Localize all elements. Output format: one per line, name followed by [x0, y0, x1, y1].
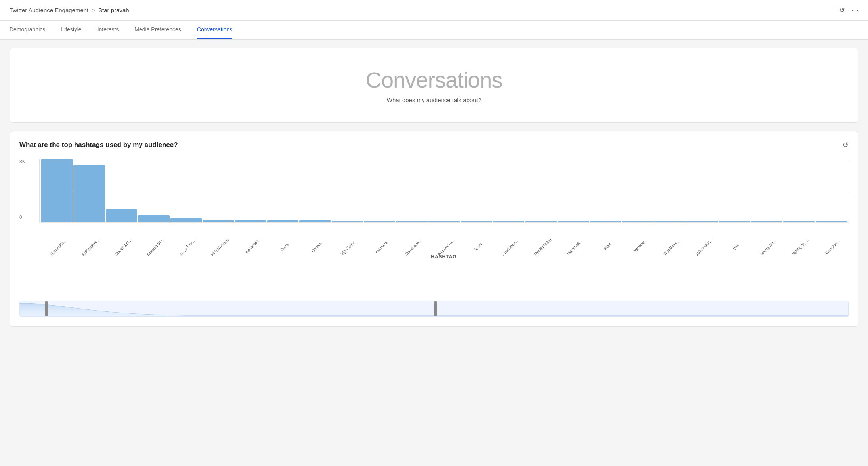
y-axis-8k: 8K	[19, 159, 25, 164]
bar-wrapper: BiggBoss...	[654, 159, 686, 222]
range-handle-right[interactable]	[434, 301, 437, 316]
bar-label: VijayTelev...	[340, 238, 358, 256]
bar	[73, 165, 105, 222]
bar-wrapper: महाराजला	[622, 159, 653, 222]
bar	[525, 221, 556, 222]
hero-card: Conversations What does my audience talk…	[10, 48, 858, 123]
tab-media-preferences[interactable]: Media Preferences	[134, 21, 181, 39]
bar-label: MarathaR...	[566, 239, 584, 256]
bar	[783, 221, 814, 222]
bar-wrapper: Oscars	[299, 159, 331, 222]
bar-wrapper: SpeakUpF...	[106, 159, 137, 222]
bar	[622, 221, 653, 222]
bar	[719, 221, 750, 222]
header: Twitter Audience Engagement > Star prava…	[0, 0, 868, 21]
bar	[686, 221, 718, 222]
chart-refresh-icon[interactable]: ↺	[843, 141, 849, 149]
bar-label: Dune	[279, 243, 289, 252]
bar-wrapper: RIPVadivel...	[73, 159, 105, 222]
chart-area: 8K 0 GameofTh...RIPVadivel...SpeakUpF...…	[19, 159, 849, 294]
bar	[332, 221, 363, 222]
bar-wrapper: MarathaR...	[558, 159, 589, 222]
bar-label: HappyBirt...	[759, 239, 777, 256]
bar-label: WhatAW...	[825, 239, 841, 255]
bar	[299, 220, 331, 222]
bar-wrapper: Dune	[267, 159, 298, 222]
bar	[493, 221, 524, 222]
bars-row: GameofTh...RIPVadivel...SpeakUpF...Dream…	[40, 159, 849, 222]
bar-wrapper: TheBigTicket	[525, 159, 556, 222]
more-options-icon[interactable]: ⋯	[851, 6, 858, 15]
bar	[558, 221, 589, 222]
bar-label: महाराज_का_...	[792, 238, 810, 256]
bars-container: GameofTh...RIPVadivel...SpeakUpF...Dream…	[39, 159, 849, 222]
bar	[364, 221, 395, 222]
breadcrumb-child: Star pravah	[98, 7, 129, 13]
bar	[654, 221, 686, 222]
bar	[396, 221, 427, 222]
bar-label: BiggBoss...	[663, 239, 681, 256]
chart-title: What are the top hashtags used by my aud…	[19, 141, 178, 149]
bar-label: मराठाआरक्षण	[245, 239, 260, 255]
bar-wrapper: Tenet	[461, 159, 492, 222]
y-axis-zero: 0	[19, 214, 22, 220]
hero-subtitle: What does my audience talk about?	[19, 97, 849, 103]
x-axis-title: HASHTAG	[39, 254, 849, 263]
breadcrumb-parent[interactable]: Twitter Audience Engagement	[10, 7, 88, 13]
bar-wrapper: SpeaksUp...	[396, 159, 427, 222]
hashtag-chart-card: What are the top hashtags used by my aud…	[10, 131, 858, 327]
tab-interests[interactable]: Interests	[98, 21, 119, 39]
bar	[590, 221, 621, 222]
bar	[461, 221, 492, 222]
range-handle-left[interactable]	[45, 301, 48, 316]
bar-label: Divi	[732, 243, 740, 251]
hero-title: Conversations	[19, 67, 849, 93]
bar-wrapper: Divi	[719, 159, 750, 222]
main-content: Conversations What does my audience talk…	[0, 40, 868, 334]
bar-wrapper: HappyBirt...	[751, 159, 782, 222]
bar-label: महाराजला	[633, 241, 646, 254]
bar-wrapper: KhadseEx...	[493, 159, 524, 222]
bar-label: natarang	[374, 240, 388, 254]
bar-wrapper: GameofTh...	[41, 159, 73, 222]
bar-wrapper: WeLoveYo...	[428, 159, 460, 222]
tab-conversations[interactable]: Conversations	[197, 21, 233, 39]
bar	[203, 220, 234, 222]
bar	[235, 220, 266, 222]
bar	[138, 215, 169, 222]
tab-lifestyle[interactable]: Lifestyle	[61, 21, 81, 39]
bar	[816, 221, 847, 222]
range-slider[interactable]	[19, 301, 849, 317]
bar-wrapper: natarang	[364, 159, 395, 222]
chart-header: What are the top hashtags used by my aud…	[19, 141, 849, 149]
tab-demographics[interactable]: Demographics	[10, 21, 45, 39]
bar	[428, 221, 460, 222]
bar-wrapper: महाराज_का_...	[783, 159, 814, 222]
bar-wrapper: நட_சத்திர...	[170, 159, 202, 222]
grid-line-bottom	[40, 222, 849, 223]
bar	[41, 159, 73, 222]
bar-label: நட_சத்திர...	[179, 238, 197, 256]
bar	[170, 218, 202, 222]
bar-wrapper: WhatAW...	[816, 159, 847, 222]
bar	[267, 220, 298, 222]
bar-label: KhadseEx...	[501, 238, 519, 256]
bar-label: Oscars	[311, 241, 323, 253]
bar-wrapper: आपली	[590, 159, 621, 222]
bar-wrapper: Dream11IPL	[138, 159, 169, 222]
bar-wrapper: 10YearsOf...	[686, 159, 718, 222]
bar-wrapper: मराठाआरक्षण	[235, 159, 266, 222]
bar-wrapper: VijayTelev...	[332, 159, 363, 222]
tab-navigation: Demographics Lifestyle Interests Media P…	[0, 21, 868, 40]
bar	[751, 221, 782, 222]
header-actions: ↺ ⋯	[839, 6, 858, 15]
bar-label: आपली	[602, 242, 612, 252]
bar	[106, 209, 137, 222]
refresh-icon[interactable]: ↺	[839, 6, 845, 15]
bar-label: Tenet	[473, 242, 483, 252]
bar-wrapper: HITMAKERS	[203, 159, 234, 222]
breadcrumb: Twitter Audience Engagement > Star prava…	[10, 7, 129, 13]
breadcrumb-separator: >	[92, 7, 95, 13]
